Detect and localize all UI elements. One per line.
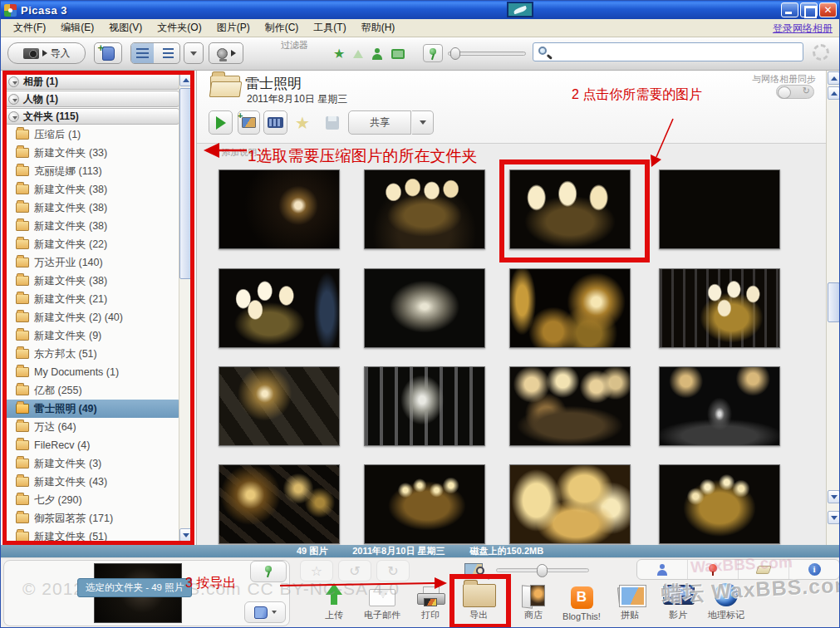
view-dropdown-button[interactable] bbox=[184, 42, 204, 64]
collection-header[interactable]: 相册 (1) bbox=[5, 73, 179, 90]
sidebar-folder[interactable]: 万达开业 (140) bbox=[5, 253, 179, 272]
scroll-up-button[interactable] bbox=[179, 73, 192, 86]
slideshow-button[interactable] bbox=[209, 110, 233, 135]
scroll-top-button[interactable] bbox=[828, 71, 840, 85]
photo-thumbnail[interactable] bbox=[364, 169, 485, 249]
expand-icon[interactable] bbox=[8, 94, 19, 105]
sidebar-scrollbar[interactable] bbox=[179, 72, 193, 542]
scrollbar-thumb[interactable] bbox=[828, 282, 840, 322]
action-shop-button[interactable]: 商店 bbox=[509, 581, 558, 621]
photo-thumbnail[interactable] bbox=[509, 366, 631, 446]
add-album-button[interactable] bbox=[94, 42, 122, 64]
sync-toggle[interactable] bbox=[776, 85, 814, 99]
import-button[interactable]: 导入 bbox=[7, 42, 86, 64]
photo-thumbnail[interactable] bbox=[659, 366, 780, 446]
minimize-button[interactable] bbox=[781, 2, 798, 17]
photo-thumbnail[interactable] bbox=[364, 464, 485, 544]
sidebar-folder[interactable]: 七夕 (290) bbox=[5, 491, 179, 509]
photo-thumbnail[interactable] bbox=[509, 268, 631, 348]
photo-thumbnail[interactable] bbox=[219, 169, 340, 249]
sidebar-folder[interactable]: 新建文件夹 (22) bbox=[5, 235, 179, 253]
scrollbar-thumb[interactable] bbox=[179, 88, 192, 279]
sidebar-folder[interactable]: 新建文件夹 (38) bbox=[5, 199, 179, 217]
action-collage-button[interactable]: 拼贴 bbox=[606, 581, 654, 621]
geotag-filter-button[interactable] bbox=[423, 44, 443, 62]
search-input[interactable] bbox=[533, 42, 803, 61]
sidebar-folder[interactable]: 东方邦太 (51) bbox=[5, 345, 179, 363]
slider-knob[interactable] bbox=[450, 47, 460, 60]
sidebar-folder[interactable]: 万达 (64) bbox=[5, 418, 179, 436]
menu-item[interactable]: 帮助(H) bbox=[354, 19, 403, 37]
scroll-down-button[interactable] bbox=[179, 528, 192, 542]
create-collage-button[interactable] bbox=[238, 110, 260, 135]
photo-thumbnail[interactable] bbox=[659, 464, 780, 544]
sidebar-folder[interactable]: 亿都 (255) bbox=[5, 381, 179, 400]
photo-thumbnail[interactable] bbox=[219, 366, 340, 446]
sidebar-folder[interactable]: My Documents (1) bbox=[5, 363, 179, 381]
tray-album-button[interactable] bbox=[244, 601, 286, 623]
scroll-down-button[interactable] bbox=[828, 490, 840, 503]
photo-thumbnail[interactable] bbox=[364, 268, 485, 348]
sidebar-folder[interactable]: 新建文件夹 (38) bbox=[5, 272, 179, 290]
photo-thumbnail[interactable] bbox=[219, 464, 340, 544]
sidebar-folder[interactable]: 新建文件夹 (43) bbox=[5, 473, 179, 491]
faces-filter-icon[interactable] bbox=[371, 48, 383, 60]
folder-icon bbox=[16, 130, 29, 140]
action-print-button[interactable]: 打印 bbox=[406, 581, 454, 621]
menu-item[interactable]: 编辑(E) bbox=[53, 19, 101, 37]
expand-icon[interactable] bbox=[8, 111, 19, 122]
action-export-button[interactable]: 导出 bbox=[454, 581, 503, 621]
menu-item[interactable]: 工具(T) bbox=[306, 19, 353, 37]
sidebar-folder[interactable]: 御茶园茗茶 (171) bbox=[5, 509, 179, 527]
sidebar-folder[interactable]: 新建文件夹 (3) bbox=[5, 454, 179, 473]
scroll-bottom-button[interactable] bbox=[828, 511, 840, 524]
starred-filter-icon[interactable]: ★ bbox=[333, 47, 345, 61]
photo-thumbnail[interactable] bbox=[509, 169, 631, 249]
share-button[interactable]: 共享 bbox=[348, 110, 411, 135]
menu-item[interactable]: 图片(P) bbox=[209, 19, 258, 37]
photo-thumbnail[interactable] bbox=[219, 268, 340, 348]
share-dropdown-button[interactable] bbox=[412, 110, 434, 135]
menu-item[interactable]: 视图(V) bbox=[101, 19, 150, 37]
sidebar-folder[interactable]: 新建文件夹 (21) bbox=[5, 290, 179, 308]
content-scrollbar[interactable] bbox=[826, 71, 840, 545]
sidebar-folder[interactable]: 新建文件夹 (9) bbox=[5, 326, 179, 345]
photo-thumbnail[interactable] bbox=[659, 268, 780, 348]
photo-thumbnail[interactable] bbox=[659, 169, 780, 249]
sidebar-folder[interactable]: FileRecv (4) bbox=[5, 436, 179, 454]
close-button[interactable] bbox=[819, 2, 837, 17]
tree-view-button[interactable] bbox=[157, 43, 179, 63]
slider-knob[interactable] bbox=[537, 564, 548, 577]
sidebar-folder[interactable]: 新建文件夹 (38) bbox=[5, 180, 179, 199]
date-filter-slider[interactable] bbox=[448, 52, 526, 56]
action-blog-button[interactable]: BBlogThis! bbox=[558, 584, 606, 621]
sidebar-folder[interactable]: 新建文件夹 (33) bbox=[5, 144, 179, 162]
collection-header[interactable]: 文件夹 (115) bbox=[5, 108, 179, 125]
sidebar-folder[interactable]: 克丽缇娜 (113) bbox=[5, 162, 179, 180]
flat-view-button[interactable] bbox=[131, 43, 154, 63]
maximize-button[interactable] bbox=[800, 2, 818, 17]
sidebar-folder[interactable]: 新建文件夹 (2) (40) bbox=[5, 308, 179, 326]
save-button[interactable] bbox=[322, 110, 343, 135]
sidebar-folder[interactable]: 新建文件夹 (51) bbox=[5, 527, 179, 546]
menu-item[interactable]: 制作(C) bbox=[258, 19, 307, 37]
sidebar-folder[interactable]: 新建文件夹 (38) bbox=[5, 217, 179, 235]
star-button[interactable]: ★ bbox=[292, 110, 313, 135]
folder-icon bbox=[16, 221, 29, 231]
web-album-login-link[interactable]: 登录网络相册 bbox=[773, 22, 833, 36]
sidebar-folder[interactable]: 压缩后 (1) bbox=[5, 125, 179, 144]
menu-item[interactable]: 文件夹(O) bbox=[150, 19, 209, 37]
people-panel-button[interactable] bbox=[637, 560, 688, 579]
photo-thumbnail[interactable] bbox=[364, 366, 485, 446]
uploaded-filter-icon[interactable] bbox=[353, 50, 363, 58]
create-movie-button[interactable] bbox=[263, 110, 287, 135]
thumbnail-zoom-slider[interactable] bbox=[496, 568, 589, 572]
expand-icon[interactable] bbox=[8, 76, 19, 87]
menu-item[interactable]: 文件(F) bbox=[6, 19, 53, 37]
sidebar-folder-selected[interactable]: 雷士照明 (49) bbox=[5, 400, 179, 418]
photo-thumbnail[interactable] bbox=[509, 464, 631, 544]
movies-filter-icon[interactable] bbox=[391, 49, 405, 59]
scroll-up-button[interactable] bbox=[828, 86, 840, 100]
webcam-capture-button[interactable] bbox=[209, 42, 243, 64]
collection-header[interactable]: 人物 (1) bbox=[5, 91, 179, 107]
